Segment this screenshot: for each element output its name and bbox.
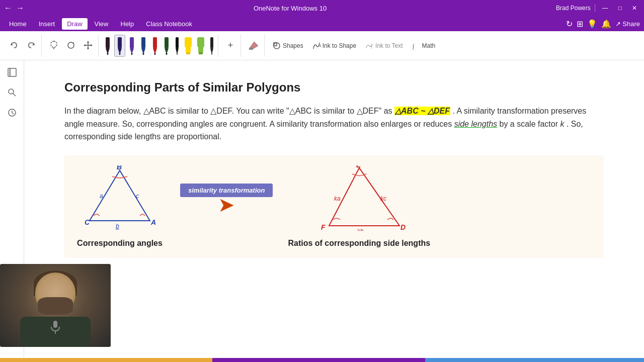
svg-rect-34 [210,37,213,48]
ink-to-text-label: Ink to Text [375,42,403,49]
svg-text:A: A [150,218,156,226]
svg-marker-5 [84,44,86,46]
undo-redo-group [4,35,42,57]
svg-rect-22 [165,37,169,48]
svg-text:a: a [100,193,103,200]
menu-bar: Home Insert Draw View Help Class Noteboo… [0,16,644,31]
nav-forward-btn[interactable]: → [16,4,24,13]
rotate-btn[interactable] [63,35,79,57]
webcam-beard [38,297,73,315]
svg-text:D: D [400,223,406,231]
triangle-abc-svg: B C A a b c [74,165,165,231]
body-text-1: In the diagram below, △ABC is similar to… [64,107,392,115]
math-btn[interactable]: ∫ Math [408,40,440,52]
selection-group [44,35,99,57]
maximize-btn[interactable]: □ [615,5,625,12]
page-title: Corresponding Parts of Similar Polygons [64,80,604,95]
svg-rect-33 [199,52,203,54]
nav-buttons[interactable]: ← → [4,4,24,13]
triangle-def-label: Ratios of corresponding side lengths [288,239,430,248]
highlighter-green[interactable] [195,35,206,56]
svg-marker-36 [211,53,212,55]
menu-help[interactable]: Help [116,18,139,30]
body-paragraph: In the diagram below, △ABC is similar to… [64,105,604,143]
svg-text:E: E [356,165,361,169]
pen-fine-dark[interactable] [208,35,216,56]
svg-marker-9 [107,53,109,55]
svg-rect-7 [106,37,110,48]
history-icon[interactable] [4,105,20,121]
svg-rect-31 [197,37,204,47]
ink-to-text-btn[interactable]: T Ink to Text [361,40,407,52]
svg-rect-16 [141,37,145,48]
pen-dark-selected[interactable] [114,35,125,57]
add-pen-btn[interactable]: + [222,35,238,57]
triangle-def-svg: E F D ka kb kc [304,165,415,231]
page-content: Corresponding Parts of Similar Polygons … [24,60,644,362]
close-btn[interactable]: ✕ [629,5,640,12]
transform-arrow-container: similarity transformation ➤ [180,184,273,215]
svg-text:∫: ∫ [412,43,415,50]
title-bar: ← → OneNote for Windows 10 Brad Powers —… [0,0,644,16]
body-text-3: by a scale factor [500,120,560,128]
pen-fine-black[interactable] [173,35,181,56]
svg-text:b: b [116,223,119,230]
search-icon[interactable] [4,84,20,101]
svg-text:kc: kc [380,195,386,202]
user-name: Brad Powers [556,5,591,12]
pen-blue[interactable] [138,35,148,56]
ribbon: + Shapes Ink to Shape [0,31,644,60]
notebook-icon[interactable] [4,64,20,80]
highlighter-yellow[interactable] [183,35,194,56]
insights-icon[interactable]: 💡 [587,19,597,29]
svg-marker-6 [91,44,93,46]
pages-icon[interactable]: ⊞ [577,19,583,29]
svg-marker-41 [319,44,320,47]
pen-red[interactable] [150,35,160,56]
notification-icon[interactable]: 🔔 [601,19,611,29]
redo-btn[interactable] [23,35,39,57]
svg-marker-24 [166,53,168,55]
sync-icon[interactable]: ↻ [566,19,573,29]
menu-insert[interactable]: Insert [34,18,60,30]
nav-back-btn[interactable]: ← [4,4,12,13]
svg-text:T: T [370,46,373,49]
menu-view[interactable]: View [90,18,114,30]
menu-draw[interactable]: Draw [62,18,87,30]
similarity-equation: △ABC ~ △DEF [394,107,450,115]
eraser-btn[interactable] [245,35,262,57]
svg-point-49 [9,89,14,94]
lasso-btn[interactable] [46,35,62,57]
svg-marker-4 [87,48,89,50]
svg-marker-21 [154,53,156,55]
ink-to-shape-btn[interactable]: Ink to Shape [308,40,360,52]
svg-text:F: F [321,223,326,231]
shapes-label: Shapes [283,42,303,49]
k-italic: k [560,120,564,128]
share-btn[interactable]: ↗ Share [615,20,640,28]
svg-text:B: B [117,165,122,171]
app-title: OneNote for Windows 10 [254,5,327,12]
svg-marker-18 [142,53,144,55]
move-btn[interactable] [80,35,96,57]
svg-rect-25 [176,37,179,48]
menu-home[interactable]: Home [4,18,32,30]
pen-green[interactable] [162,35,172,56]
side-lengths-text: side lengths [454,120,497,128]
pen-purple[interactable] [127,35,137,56]
webcam-overlay [0,264,111,347]
triangle-abc-container: B C A a b c Corresponding angles [74,165,165,248]
undo-btn[interactable] [6,35,22,57]
transform-arrow: ➤ [218,195,235,215]
svg-text:C: C [85,218,90,226]
draw-tools-group: Shapes Ink to Shape T Ink to Text ∫ Math [267,40,441,52]
menu-class-notebook[interactable]: Class Notebook [141,18,197,30]
triangle-def-container: E F D ka kb kc Ratios of corresponding s… [288,165,430,248]
shapes-btn[interactable]: Shapes [269,40,307,52]
pen-black[interactable] [103,35,113,56]
minimize-btn[interactable]: — [599,5,611,12]
eraser-group [243,35,265,57]
svg-rect-38 [249,48,253,50]
svg-marker-27 [177,53,178,55]
svg-rect-19 [153,37,157,48]
